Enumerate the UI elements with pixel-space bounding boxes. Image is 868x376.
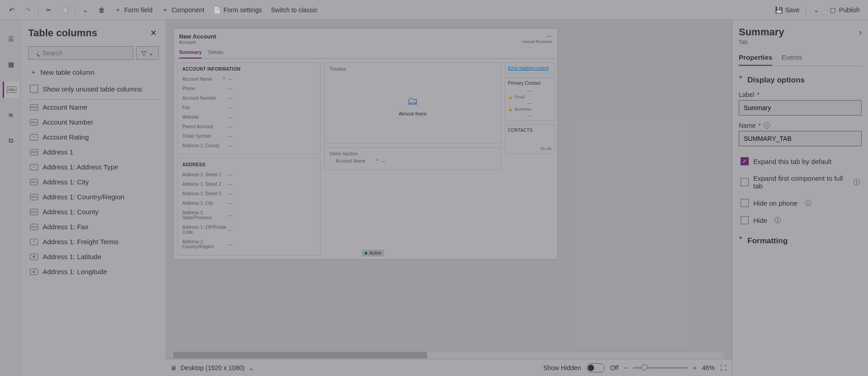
fit-to-screen-button[interactable]: ⛶: [720, 364, 727, 371]
column-item[interactable]: AbcAccount Number: [28, 115, 156, 130]
column-item[interactable]: AbcAddress 1: County: [28, 204, 156, 219]
column-item[interactable]: AbcAddress 1: Fax: [28, 219, 156, 234]
section-error[interactable]: Error loading control: [505, 63, 555, 74]
field-value[interactable]: ---: [228, 227, 232, 232]
form-settings-icon: 📄: [214, 6, 221, 14]
rail-components-button[interactable]: ▦: [3, 56, 19, 72]
accordion-label: Display options: [747, 76, 805, 85]
field-value[interactable]: ---: [228, 77, 232, 82]
label-input[interactable]: [739, 100, 862, 116]
form-header-more[interactable]: ⋯: [522, 33, 552, 39]
name-input[interactable]: [739, 131, 862, 146]
field-value[interactable]: ---: [228, 191, 232, 196]
new-table-column-button[interactable]: ＋New table column: [28, 64, 159, 80]
undo-button[interactable]: ↶: [4, 4, 20, 16]
form-subtitle: Account: [179, 40, 216, 45]
column-label: Address 1: Fax: [43, 223, 88, 231]
column-item[interactable]: ◐Address 1: Longitude: [28, 264, 156, 279]
error-link[interactable]: Error loading control: [508, 66, 549, 71]
switch-classic-label: Switch to classic: [271, 6, 317, 14]
info-icon[interactable]: i: [805, 200, 811, 206]
info-icon[interactable]: i: [764, 122, 770, 129]
column-item[interactable]: ≡Address 1: Address Type: [28, 159, 156, 174]
save-chevron[interactable]: ⌄: [808, 4, 824, 16]
field-value[interactable]: ---: [228, 86, 232, 91]
column-item[interactable]: AbcAccount Name: [28, 100, 156, 115]
column-item[interactable]: ◐Address 1: Latitude: [28, 249, 156, 264]
publish-label: Publish: [839, 6, 860, 14]
field-value[interactable]: ---: [228, 96, 232, 101]
delete-button[interactable]: 🗑: [93, 4, 110, 16]
field-value[interactable]: ---: [228, 201, 232, 206]
column-item[interactable]: ≡Address 1: Freight Terms: [28, 234, 156, 249]
switch-classic-button[interactable]: Switch to classic: [266, 4, 322, 16]
column-item[interactable]: AbcAddress 1: [28, 145, 156, 159]
add-form-field-button[interactable]: ＋Form field: [110, 4, 157, 16]
section-account-info[interactable]: ACCOUNT INFORMATION Account Name*---Phon…: [177, 63, 321, 154]
field-value[interactable]: ---: [228, 172, 232, 177]
canvas-scroll[interactable]: New Account Account ⋯ Annual Revenue Sum…: [165, 20, 732, 351]
zoom-out-button[interactable]: −: [624, 364, 628, 371]
section-contacts[interactable]: CONTACTS No da: [505, 125, 555, 154]
hide-checkbox[interactable]: [741, 216, 749, 224]
paste-chevron[interactable]: ⌄: [77, 4, 93, 16]
redo-button[interactable]: ↷: [20, 4, 36, 16]
zoom-in-button[interactable]: +: [693, 364, 697, 371]
form-settings-label: Form settings: [224, 6, 262, 14]
expand-full-checkbox[interactable]: [741, 178, 749, 186]
form-tab-summary[interactable]: Summary: [179, 47, 202, 58]
cut-icon: ✂: [45, 6, 52, 14]
section-address[interactable]: ADDRESS Address 1: Street 1---Address 1:…: [177, 158, 321, 255]
field-value[interactable]: ---: [228, 134, 232, 139]
paste-button[interactable]: 📋: [57, 4, 73, 16]
cut-button[interactable]: ✂: [40, 4, 57, 16]
field-value[interactable]: ---: [228, 124, 232, 129]
expand-default-checkbox[interactable]: ✓: [741, 157, 749, 165]
chevron-right-icon[interactable]: ›: [859, 28, 862, 37]
section-primary-contact[interactable]: Primary Contact --- 🔒Email --- 🔒Business…: [505, 77, 555, 121]
section-demo[interactable]: Demo Section Account Name * ---: [324, 147, 501, 170]
new-column-label: New table column: [40, 68, 94, 76]
form-tab-details[interactable]: Details: [208, 47, 224, 58]
show-unused-checkbox[interactable]: [30, 85, 38, 93]
info-icon[interactable]: i: [775, 217, 781, 223]
formatting-accordion[interactable]: ˅ Formatting: [739, 233, 862, 248]
filter-button[interactable]: ▽⌄: [136, 46, 159, 60]
field-value[interactable]: ---: [228, 105, 232, 110]
plus-icon: ＋: [161, 6, 169, 14]
close-panel-button[interactable]: ✕: [148, 26, 159, 40]
form-preview[interactable]: New Account Account ⋯ Annual Revenue Sum…: [173, 28, 558, 260]
desktop-icon: 🖥: [171, 364, 177, 371]
rail-fields-button[interactable]: Abc: [3, 82, 19, 98]
field-value[interactable]: ---: [228, 242, 232, 247]
column-label: Address 1: Country/Region: [43, 193, 124, 201]
filter-icon: ▽: [141, 49, 146, 57]
field-value[interactable]: ---: [228, 143, 232, 148]
form-settings-button[interactable]: 📄Form settings: [209, 4, 267, 16]
publish-icon: ▢: [829, 6, 836, 14]
field-value[interactable]: ---: [228, 182, 232, 187]
section-timeline[interactable]: Timeline 🗂 Almost there: [324, 63, 501, 144]
viewport-selector[interactable]: Desktop (1920 x 1080): [180, 364, 245, 371]
publish-button[interactable]: ▢Publish: [824, 4, 864, 16]
hide-phone-checkbox[interactable]: [741, 199, 749, 207]
canvas-horizontal-scrollbar[interactable]: [173, 351, 724, 359]
rail-tree-button[interactable]: ≋: [3, 107, 19, 123]
info-icon[interactable]: i: [853, 179, 860, 185]
rail-libraries-button[interactable]: ⧉: [3, 132, 19, 149]
rail-hamburger-button[interactable]: ☰: [3, 31, 19, 47]
save-button[interactable]: 💾Save: [770, 4, 804, 16]
props-tab-properties[interactable]: Properties: [739, 50, 772, 66]
field-value[interactable]: ---: [228, 115, 232, 120]
column-item[interactable]: AbcAddress 1: City: [28, 174, 156, 189]
zoom-slider[interactable]: [633, 367, 688, 369]
search-input[interactable]: [43, 49, 129, 57]
display-options-accordion[interactable]: ˄ Display options: [739, 72, 862, 87]
column-item[interactable]: AbcAddress 1: Country/Region: [28, 189, 156, 204]
show-hidden-toggle[interactable]: [586, 363, 605, 372]
field-value[interactable]: ---: [228, 213, 232, 218]
no-data-text: No da: [508, 146, 551, 151]
props-tab-events[interactable]: Events: [781, 50, 802, 66]
column-item[interactable]: ≡Account Rating: [28, 130, 156, 145]
add-component-button[interactable]: ＋Component: [157, 4, 209, 16]
